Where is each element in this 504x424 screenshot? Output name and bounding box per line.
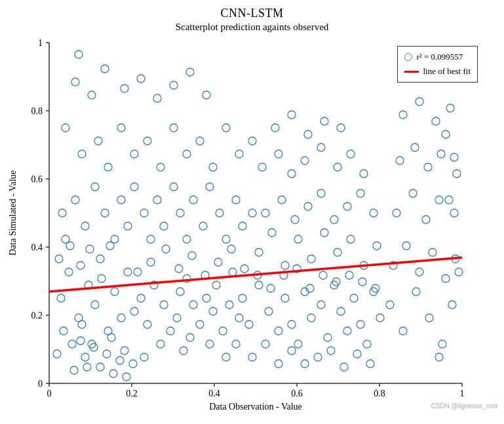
svg-point-84: [170, 183, 178, 191]
svg-point-56: [186, 334, 194, 341]
svg-point-153: [330, 216, 338, 223]
svg-point-204: [188, 252, 196, 260]
svg-point-230: [129, 360, 137, 368]
svg-point-38: [111, 288, 119, 296]
svg-point-177: [402, 242, 410, 250]
svg-point-223: [83, 363, 91, 371]
svg-point-115: [153, 94, 161, 102]
svg-point-60: [209, 307, 217, 315]
svg-point-85: [176, 209, 184, 217]
svg-point-133: [350, 294, 358, 302]
svg-point-246: [366, 360, 374, 368]
svg-point-199: [442, 130, 450, 138]
svg-point-88: [199, 222, 207, 230]
svg-point-75: [101, 209, 109, 217]
svg-point-99: [117, 124, 125, 132]
svg-point-127: [307, 314, 315, 322]
svg-point-96: [78, 150, 86, 158]
svg-point-108: [235, 150, 243, 158]
svg-point-47: [157, 340, 165, 348]
svg-point-27: [65, 268, 73, 276]
svg-text:0.8: 0.8: [31, 106, 43, 116]
svg-point-168: [320, 117, 328, 125]
svg-point-120: [255, 281, 263, 289]
svg-point-32: [91, 301, 99, 309]
svg-point-167: [304, 130, 312, 138]
svg-point-125: [294, 340, 302, 348]
svg-point-82: [153, 196, 161, 204]
svg-point-175: [448, 301, 456, 309]
svg-point-202: [162, 245, 170, 253]
svg-point-48: [140, 353, 148, 361]
svg-point-157: [258, 163, 266, 171]
svg-point-134: [357, 320, 364, 328]
svg-point-111: [88, 91, 96, 99]
svg-text:1: 1: [38, 38, 43, 48]
svg-point-170: [386, 301, 394, 309]
svg-point-196: [445, 196, 453, 204]
svg-point-149: [278, 196, 286, 204]
svg-point-238: [262, 340, 269, 348]
svg-point-162: [334, 163, 341, 171]
svg-point-59: [203, 294, 210, 302]
svg-point-53: [176, 288, 184, 296]
svg-point-210: [267, 284, 275, 292]
svg-point-68: [232, 340, 240, 348]
svg-point-158: [275, 150, 282, 158]
svg-point-55: [189, 301, 197, 309]
svg-point-143: [320, 229, 328, 237]
svg-text:0.8: 0.8: [374, 389, 385, 398]
svg-point-180: [442, 275, 450, 282]
svg-point-201: [147, 258, 155, 266]
svg-point-161: [317, 144, 325, 151]
svg-point-123: [281, 294, 289, 302]
svg-point-179: [429, 248, 436, 256]
svg-point-100: [130, 150, 138, 158]
svg-point-140: [281, 261, 289, 269]
svg-point-43: [130, 307, 138, 315]
svg-point-200: [435, 353, 443, 361]
svg-point-220: [60, 327, 68, 335]
scatter-points: [53, 50, 463, 381]
svg-point-159: [288, 170, 296, 178]
svg-text:0: 0: [47, 389, 52, 398]
svg-point-219: [53, 350, 61, 358]
svg-point-216: [345, 271, 353, 279]
svg-point-62: [212, 281, 220, 289]
svg-point-135: [363, 340, 371, 348]
svg-point-52: [173, 314, 181, 322]
svg-point-226: [103, 350, 111, 358]
svg-point-40: [124, 268, 132, 276]
svg-point-64: [222, 353, 230, 361]
svg-point-91: [222, 235, 230, 243]
svg-point-178: [416, 268, 423, 276]
svg-point-142: [307, 255, 315, 263]
svg-point-155: [357, 189, 364, 197]
svg-point-35: [68, 340, 76, 348]
svg-point-207: [227, 245, 235, 253]
svg-point-172: [412, 288, 420, 296]
svg-point-67: [235, 314, 243, 322]
svg-point-160: [301, 157, 309, 164]
svg-point-225: [96, 363, 104, 371]
svg-point-116: [170, 81, 178, 89]
svg-point-139: [268, 229, 276, 237]
svg-point-90: [216, 209, 223, 217]
svg-point-92: [232, 196, 240, 204]
svg-point-245: [353, 350, 361, 358]
svg-point-58: [196, 320, 204, 328]
svg-point-74: [91, 183, 99, 191]
chart-title: CNN-LSTM: [0, 0, 504, 20]
svg-point-166: [288, 111, 296, 119]
svg-point-235: [96, 255, 104, 263]
svg-text:0.2: 0.2: [126, 389, 138, 398]
svg-point-148: [262, 209, 269, 217]
svg-point-129: [324, 334, 332, 341]
svg-point-141: [294, 235, 302, 243]
svg-point-31: [78, 320, 86, 328]
svg-point-233: [77, 261, 85, 269]
svg-point-61: [206, 340, 214, 348]
svg-point-145: [347, 235, 355, 243]
svg-point-144: [334, 248, 341, 256]
svg-point-45: [144, 320, 151, 328]
